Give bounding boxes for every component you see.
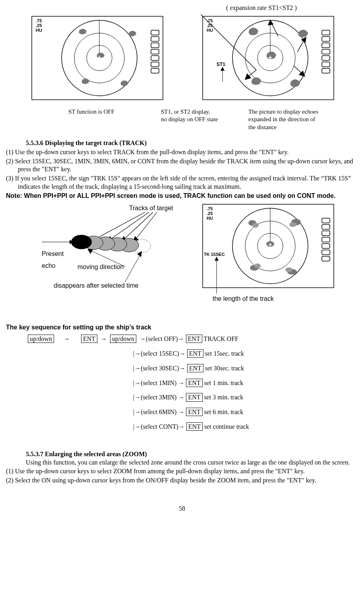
svg-rect-32 bbox=[322, 37, 330, 41]
svg-text:moving direction: moving direction bbox=[77, 263, 124, 270]
caption-st-off: ST function is OFF bbox=[30, 108, 153, 132]
svg-rect-83 bbox=[322, 225, 330, 229]
sec1-step2: (2) Select 15SEC, 30SEC, 1MIN, 3MIN, 6MI… bbox=[6, 157, 358, 174]
svg-rect-86 bbox=[322, 244, 330, 248]
svg-text:.75: .75 bbox=[207, 18, 213, 23]
svg-marker-23 bbox=[268, 20, 273, 25]
svg-text:+: + bbox=[268, 54, 273, 62]
key-updown2: up/down bbox=[110, 335, 136, 343]
key-sequence-block: up/down → ENT → up/down →(select OFF)→ E… bbox=[28, 332, 358, 434]
tk15sec-label: TK 15SEC bbox=[204, 252, 225, 257]
section-5537-heading: 5.5.3.7 Enlarging the selected areas (ZO… bbox=[26, 450, 358, 459]
svg-line-40 bbox=[93, 212, 145, 240]
svg-text:.25: .25 bbox=[207, 211, 213, 216]
track-length-label: the length of the track bbox=[213, 295, 274, 302]
svg-marker-39 bbox=[221, 67, 225, 71]
svg-text:echo: echo bbox=[42, 262, 56, 269]
svg-rect-8 bbox=[151, 43, 159, 48]
svg-marker-60 bbox=[87, 249, 93, 254]
track-note: Note: When PPI+PPI or ALL PPI+PPI screen… bbox=[6, 192, 358, 200]
key-sequence-heading: The key sequence for setting up the ship… bbox=[6, 323, 358, 332]
sec2-intro: Using this function, you can enlarge the… bbox=[6, 459, 350, 466]
svg-rect-12 bbox=[151, 68, 159, 73]
sec2-step2: (2) Select the ON using up-down cursor k… bbox=[6, 476, 358, 485]
st1-label: ST1 bbox=[217, 62, 225, 67]
svg-text:HU: HU bbox=[207, 216, 213, 221]
svg-line-42 bbox=[109, 212, 149, 240]
radar1-range1: .75 bbox=[36, 18, 42, 23]
svg-rect-9 bbox=[151, 49, 159, 54]
radar1-mode: HU bbox=[36, 28, 42, 33]
svg-text:.75: .75 bbox=[207, 206, 213, 211]
caption-st-display-2: no display on OFF state bbox=[161, 116, 240, 124]
radar-off-figure: .75 .25 HU + bbox=[30, 14, 165, 104]
svg-rect-37 bbox=[322, 68, 330, 73]
svg-rect-34 bbox=[322, 49, 330, 54]
svg-rect-87 bbox=[322, 250, 330, 255]
expansion-rate-note: ( expansion rate ST1<ST2 ) bbox=[6, 4, 358, 12]
svg-text:Present: Present bbox=[42, 250, 64, 257]
key-updown: up/down bbox=[28, 335, 54, 343]
svg-text:HU: HU bbox=[207, 28, 213, 33]
svg-rect-31 bbox=[322, 30, 330, 35]
section-5536-heading: 5.5.3.6 Displaying the target track (TRA… bbox=[26, 139, 358, 147]
sec1-step1: (1) Use the up-down cursor keys to selec… bbox=[6, 148, 358, 157]
svg-rect-33 bbox=[322, 43, 330, 48]
svg-rect-10 bbox=[151, 56, 159, 60]
svg-marker-30 bbox=[245, 74, 251, 79]
svg-rect-36 bbox=[322, 62, 330, 67]
svg-line-28 bbox=[201, 14, 256, 70]
radar1-range2: .25 bbox=[36, 23, 42, 28]
svg-rect-88 bbox=[322, 256, 330, 261]
caption-expand-1: The picture to display echoes bbox=[248, 108, 352, 116]
svg-point-74 bbox=[252, 223, 259, 228]
svg-point-80 bbox=[254, 263, 261, 268]
svg-rect-11 bbox=[151, 62, 159, 67]
track-echo-diagram: Tracks of target Present echo moving dir… bbox=[6, 202, 185, 302]
page-number: 58 bbox=[6, 505, 358, 513]
svg-line-62 bbox=[125, 253, 141, 282]
radar-track-figure: .75 .25 HU TK 15SEC + bbox=[201, 202, 336, 308]
svg-rect-35 bbox=[322, 56, 330, 60]
radar-st1-figure: .75 .25 HU ST1 + bbox=[201, 14, 336, 104]
svg-text:+: + bbox=[268, 241, 272, 248]
radar-figure-row: .75 .25 HU + bbox=[30, 14, 358, 104]
svg-rect-84 bbox=[322, 231, 330, 236]
sec1-step3: (3) If you select 15SEC, the sign "TRK 1… bbox=[6, 174, 358, 191]
sec2-step1: (1) Use the up-down cursor keys to selec… bbox=[6, 467, 358, 476]
key-ent: ENT bbox=[81, 335, 97, 343]
svg-rect-82 bbox=[322, 218, 330, 223]
caption-expand-2: expanded in the direction of bbox=[248, 116, 352, 124]
svg-point-78 bbox=[285, 267, 292, 272]
svg-text:+: + bbox=[97, 54, 102, 62]
svg-rect-6 bbox=[151, 30, 159, 35]
svg-point-76 bbox=[289, 222, 296, 227]
caption-st-display-1: ST1, or ST2 display, bbox=[161, 108, 240, 116]
svg-marker-90 bbox=[215, 257, 219, 261]
tracks-of-target-label: Tracks of target bbox=[129, 205, 173, 211]
svg-text:disappears after selected time: disappears after selected time bbox=[54, 282, 139, 289]
svg-rect-7 bbox=[151, 37, 159, 41]
caption-expand-3: the distance bbox=[248, 124, 352, 132]
svg-rect-85 bbox=[322, 237, 330, 242]
